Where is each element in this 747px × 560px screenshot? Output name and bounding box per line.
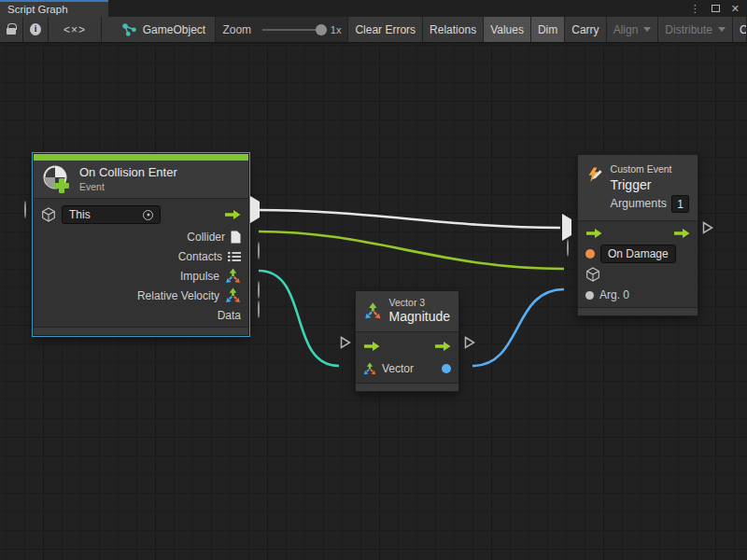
cube-icon (585, 267, 600, 282)
node-title: On Collision Enter (79, 165, 177, 180)
cube-icon (41, 207, 56, 222)
titlebar: Script Graph ⋮ ✕ (0, 0, 747, 17)
flow-out-icon (224, 209, 241, 220)
list-icon (228, 251, 241, 262)
vector-node-body: Vector (356, 332, 458, 381)
chevron-down-icon (718, 27, 726, 32)
port-flow-output[interactable] (250, 202, 260, 218)
node-trigger-custom-event[interactable]: Custom Event Trigger Arguments 1 (577, 154, 698, 316)
trigger-node-body: On Damage Arg. 0 (578, 221, 698, 305)
trigger-node-header: Custom Event Trigger Arguments 1 (578, 155, 698, 221)
zoom-slider-handle[interactable] (316, 24, 327, 35)
align-label: Align (613, 23, 639, 36)
window-controls: ⋮ ✕ (690, 0, 747, 17)
info-icon: i (30, 23, 41, 35)
wire-collider-to-target[interactable] (259, 231, 564, 269)
edit-code-button[interactable]: <×> (49, 17, 102, 42)
target-object-field[interactable]: This (62, 205, 161, 224)
graph-canvas[interactable]: On Collision Enter Event This Collider (0, 44, 747, 560)
document-icon (231, 231, 241, 244)
port-vector-flow-output[interactable] (464, 336, 475, 349)
vector-node-header: Vector 3 Magnitude (356, 291, 458, 332)
tab-label: Script Graph (7, 4, 68, 15)
overview-button[interactable]: Overv (733, 17, 747, 42)
flow-out-icon (673, 228, 690, 239)
port-row-relative-velocity: Relative Velocity (34, 286, 248, 305)
vector3-icon (225, 287, 241, 303)
code-icon: <×> (63, 23, 86, 36)
arguments-count-field[interactable]: 1 (671, 195, 689, 213)
port-vector-flow-input[interactable] (340, 336, 351, 349)
port-data-output[interactable] (258, 301, 260, 318)
port-row-target: This (34, 203, 248, 227)
trigger-node-footer (578, 307, 698, 315)
flow-in-icon (585, 228, 602, 239)
node-on-collision-enter[interactable]: On Collision Enter Event This Collider (33, 153, 249, 336)
port-row-contacts: Contacts (34, 246, 248, 266)
graph-toolbar: i <×> GameObject Zoom 1x Clear Errors Re… (0, 17, 747, 43)
event-name-field[interactable]: On Damage (600, 245, 676, 263)
port-relative-velocity-output[interactable] (258, 282, 260, 299)
event-node-body: This Collider Contacts (34, 199, 248, 325)
port-label: Arg. 0 (599, 288, 629, 301)
clear-errors-button[interactable]: Clear Errors (348, 17, 423, 42)
port-this-input[interactable] (24, 202, 26, 218)
kebab-menu-icon[interactable]: ⋮ (690, 4, 700, 14)
port-contacts-output[interactable] (258, 243, 260, 259)
graph-target-label: GameObject (143, 23, 205, 36)
node-vector3-magnitude[interactable]: Vector 3 Magnitude (355, 290, 459, 392)
port-trigger-name-input[interactable] (567, 240, 569, 257)
port-row-flow (578, 223, 698, 244)
port-label: Vector (382, 362, 414, 375)
port-row-data: Data (34, 305, 248, 325)
port-row-arg0: Arg. 0 (578, 285, 698, 305)
port-trigger-flow-output[interactable] (702, 221, 713, 234)
port-row-flow (356, 336, 458, 357)
object-picker-icon[interactable] (143, 210, 153, 220)
zoom-control: Zoom 1x (216, 17, 348, 42)
maximize-icon[interactable] (712, 5, 720, 12)
wire-impulse-to-vector[interactable] (259, 271, 339, 366)
wire-magnitude-to-arg0[interactable] (472, 289, 564, 366)
distribute-dropdown[interactable]: Distribute (658, 17, 733, 42)
chevron-down-icon (643, 27, 651, 32)
target-object-value: This (69, 208, 91, 221)
flow-out-icon (434, 341, 451, 352)
align-dropdown[interactable]: Align (607, 17, 659, 42)
zoom-value: 1x (331, 24, 342, 35)
close-icon[interactable]: ✕ (731, 4, 740, 14)
vector-node-footer (356, 383, 458, 391)
vector3-icon (363, 362, 376, 375)
graph-icon (122, 23, 136, 36)
dim-label: Dim (538, 23, 557, 36)
event-node-accent-strip (34, 154, 248, 161)
port-row-collider: Collider (34, 227, 248, 246)
port-trigger-flow-input[interactable] (562, 219, 571, 236)
port-row-vector: Vector (356, 357, 458, 381)
unity-event-icon (42, 164, 72, 194)
dim-toggle[interactable]: Dim (531, 17, 565, 42)
port-row-impulse: Impulse (34, 266, 248, 286)
arguments-label: Arguments (611, 196, 667, 213)
carry-button[interactable]: Carry (565, 17, 606, 42)
relations-label: Relations (430, 23, 476, 36)
graph-target-button[interactable]: GameObject (102, 17, 217, 42)
port-label: Collider (187, 231, 225, 244)
values-toggle[interactable]: Values (484, 17, 531, 42)
relations-button[interactable]: Relations (423, 17, 484, 42)
port-row-event-name: On Damage (578, 244, 698, 264)
flow-in-icon (363, 341, 380, 352)
clear-errors-label: Clear Errors (355, 23, 416, 36)
node-subtitle: Event (79, 181, 177, 193)
values-label: Values (490, 23, 524, 36)
float-output-icon (442, 364, 451, 373)
vector3-icon (364, 301, 382, 321)
event-node-footer (34, 327, 248, 335)
node-title: Trigger (611, 176, 689, 195)
tab-script-graph[interactable]: Script Graph (0, 0, 108, 17)
lock-icon (7, 28, 16, 35)
wire-flow-event-to-trigger[interactable] (258, 210, 560, 228)
lock-button[interactable] (0, 17, 23, 42)
zoom-slider[interactable] (262, 29, 325, 31)
info-button[interactable]: i (23, 17, 49, 42)
